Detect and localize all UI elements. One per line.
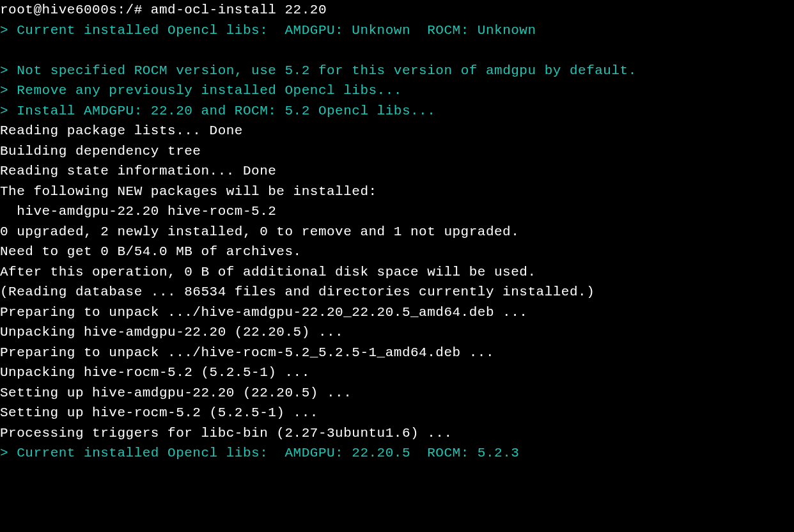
output-line: > Current installed Opencl libs: AMDGPU:… [0,20,794,41]
apt-output-line: Need to get 0 B/54.0 MB of archives. [0,242,794,262]
apt-output-line: Reading package lists... Done [0,121,794,141]
output-marker: > [0,23,17,38]
output-marker: > [0,83,17,98]
output-line: > Install AMDGPU: 22.20 and ROCM: 5.2 Op… [0,101,794,121]
amdgpu-status: AMDGPU: 22.20.5 [284,446,427,460]
output-text: Remove any previously installed Opencl l… [17,83,402,98]
apt-output-line: Setting up hive-amdgpu-22.20 (22.20.5) .… [0,383,794,403]
output-text: Not specified ROCM version, use 5.2 for … [17,63,637,78]
output-text: Current installed Opencl libs: [17,23,284,38]
apt-output-line: (Reading database ... 86534 files and di… [0,282,794,302]
apt-output-line: Unpacking hive-rocm-5.2 (5.2.5-1) ... [0,363,794,383]
amdgpu-status: AMDGPU: Unknown [284,23,427,38]
output-text: Install AMDGPU: 22.20 and ROCM: 5.2 Open… [17,104,435,118]
apt-output-line: Processing triggers for libc-bin (2.27-3… [0,423,794,444]
apt-output-line: The following NEW packages will be insta… [0,182,794,202]
apt-output-line: Reading state information... Done [0,161,794,182]
prompt-command: amd-ocl-install 22.20 [143,3,327,17]
apt-output-line: After this operation, 0 B of additional … [0,262,794,283]
output-marker: > [0,63,17,78]
rocm-status: ROCM: 5.2.3 [427,446,519,460]
output-marker: > [0,446,17,460]
prompt-path: :/# [117,3,142,17]
prompt-userhost: root@hive6000s [0,3,117,17]
rocm-status: ROCM: Unknown [427,23,536,38]
output-line: > Current installed Opencl libs: AMDGPU:… [0,443,794,464]
apt-output-line: Unpacking hive-amdgpu-22.20 (22.20.5) ..… [0,322,794,343]
apt-output-line: 0 upgraded, 2 newly installed, 0 to remo… [0,222,794,242]
output-line: > Remove any previously installed Opencl… [0,81,794,101]
apt-output-line: Setting up hive-rocm-5.2 (5.2.5-1) ... [0,403,794,423]
output-text: Current installed Opencl libs: [17,446,284,460]
terminal-output[interactable]: root@hive6000s:/# amd-ocl-install 22.20>… [0,0,794,464]
output-marker: > [0,104,17,118]
output-line: > Not specified ROCM version, use 5.2 fo… [0,61,794,81]
apt-output-line: Preparing to unpack .../hive-amdgpu-22.2… [0,302,794,323]
apt-output-line: Building dependency tree [0,141,794,162]
prompt-line: root@hive6000s:/# amd-ocl-install 22.20 [0,0,794,20]
blank-line [0,40,794,61]
apt-output-line: hive-amdgpu-22.20 hive-rocm-5.2 [0,201,794,222]
apt-output-line: Preparing to unpack .../hive-rocm-5.2_5.… [0,343,794,363]
